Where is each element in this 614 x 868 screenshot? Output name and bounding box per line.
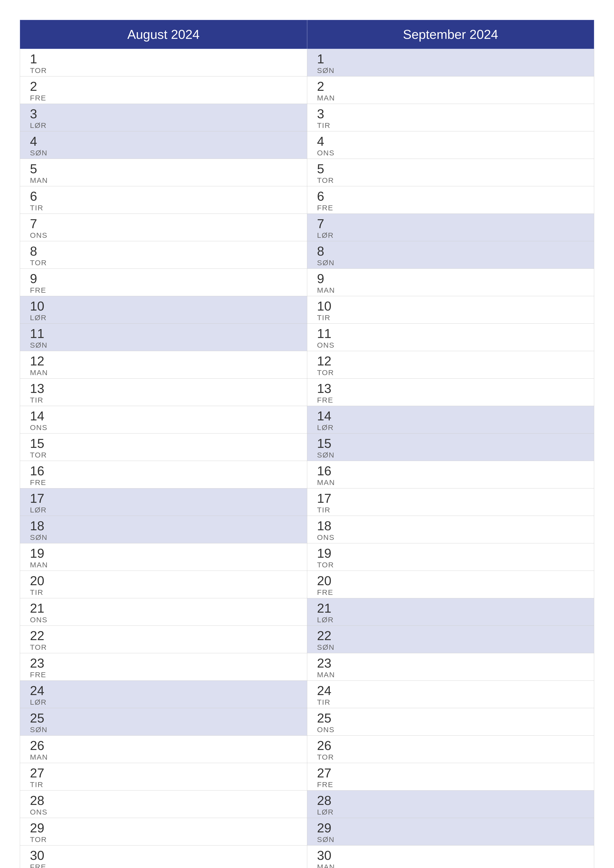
table-row: 25SØN25ONS bbox=[20, 708, 594, 736]
day-number: 6 bbox=[317, 190, 584, 203]
day-name: MAN bbox=[30, 561, 297, 569]
day-number: 14 bbox=[317, 409, 584, 422]
day-name: MAN bbox=[30, 369, 297, 377]
day-number: 11 bbox=[317, 327, 584, 340]
day-name: MAN bbox=[317, 671, 584, 679]
table-row: 10LØR10TIR bbox=[20, 296, 594, 324]
day-number: 21 bbox=[30, 602, 297, 615]
day-number: 6 bbox=[30, 190, 297, 203]
day-name: LØR bbox=[317, 808, 584, 816]
table-row: 5MAN5TOR bbox=[20, 159, 594, 186]
table-row: 22TOR22SØN bbox=[20, 626, 594, 653]
table-row: 15TOR15SØN bbox=[20, 434, 594, 461]
day-number: 23 bbox=[30, 657, 297, 670]
day-number: 3 bbox=[30, 107, 297, 120]
day-number: 30 bbox=[30, 849, 297, 862]
day-name: SØN bbox=[30, 149, 297, 157]
day-number: 18 bbox=[30, 519, 297, 532]
day-name: MAN bbox=[30, 753, 297, 761]
table-row: 28ONS28LØR bbox=[20, 790, 594, 818]
day-name: SØN bbox=[317, 259, 584, 267]
day-name: TOR bbox=[317, 753, 584, 761]
table-row: 16FRE16MAN bbox=[20, 461, 594, 488]
day-number: 20 bbox=[317, 574, 584, 587]
day-name: TIR bbox=[317, 121, 584, 130]
day-number: 25 bbox=[30, 711, 297, 724]
day-number: 23 bbox=[317, 657, 584, 670]
day-name: ONS bbox=[317, 533, 584, 542]
day-name: LØR bbox=[317, 615, 584, 624]
day-number: 7 bbox=[317, 217, 584, 230]
day-number: 5 bbox=[317, 162, 584, 175]
day-number: 29 bbox=[317, 822, 584, 834]
day-number: 1 bbox=[317, 53, 584, 65]
table-row: 4SØN4ONS bbox=[20, 132, 594, 159]
day-number: 7 bbox=[30, 217, 297, 230]
day-name: TOR bbox=[30, 835, 297, 844]
september-header: September 2024 bbox=[307, 20, 594, 49]
day-name: ONS bbox=[317, 149, 584, 157]
day-number: 28 bbox=[317, 794, 584, 807]
day-name: TIR bbox=[30, 396, 297, 404]
day-name: ONS bbox=[30, 231, 297, 240]
day-number: 13 bbox=[317, 382, 584, 395]
table-row: 13TIR13FRE bbox=[20, 378, 594, 406]
day-name: FRE bbox=[30, 478, 297, 487]
table-row: 9FRE9MAN bbox=[20, 269, 594, 296]
day-number: 25 bbox=[317, 711, 584, 724]
table-row: 27TIR27FRE bbox=[20, 763, 594, 790]
day-number: 15 bbox=[317, 437, 584, 450]
day-name: TOR bbox=[30, 451, 297, 459]
day-name: MAN bbox=[317, 478, 584, 487]
day-name: TOR bbox=[317, 369, 584, 377]
table-row: 29TOR29SØN bbox=[20, 818, 594, 845]
day-name: TOR bbox=[30, 66, 297, 75]
day-name: TOR bbox=[317, 176, 584, 184]
day-number: 10 bbox=[30, 300, 297, 313]
day-number: 3 bbox=[317, 107, 584, 120]
day-name: MAN bbox=[30, 176, 297, 184]
day-name: TOR bbox=[30, 643, 297, 651]
day-number: 28 bbox=[30, 794, 297, 807]
day-name: TIR bbox=[30, 588, 297, 597]
day-number: 27 bbox=[317, 767, 584, 780]
day-name: ONS bbox=[30, 808, 297, 816]
day-name: ONS bbox=[30, 423, 297, 432]
day-name: FRE bbox=[317, 396, 584, 404]
table-row: 8TOR8SØN bbox=[20, 241, 594, 269]
day-number: 9 bbox=[317, 272, 584, 285]
day-number: 27 bbox=[30, 767, 297, 780]
table-row: 11SØN11ONS bbox=[20, 324, 594, 351]
day-name: SØN bbox=[317, 835, 584, 844]
day-number: 24 bbox=[317, 684, 584, 697]
day-number: 22 bbox=[30, 629, 297, 642]
day-name: TIR bbox=[30, 780, 297, 789]
day-number: 16 bbox=[30, 465, 297, 477]
day-name: TIR bbox=[30, 204, 297, 212]
day-name: ONS bbox=[30, 615, 297, 624]
day-name: FRE bbox=[30, 286, 297, 294]
day-number: 2 bbox=[317, 80, 584, 93]
calendar-page: August 2024 September 2024 1TOR1SØN2FRE2… bbox=[0, 0, 614, 868]
table-row: 6TIR6FRE bbox=[20, 186, 594, 214]
day-name: FRE bbox=[30, 94, 297, 102]
day-number: 14 bbox=[30, 409, 297, 422]
day-name: TIR bbox=[317, 698, 584, 707]
day-name: TIR bbox=[317, 506, 584, 514]
day-number: 16 bbox=[317, 465, 584, 477]
table-row: 23FRE23MAN bbox=[20, 653, 594, 681]
day-number: 8 bbox=[30, 245, 297, 257]
day-number: 2 bbox=[30, 80, 297, 93]
day-name: LØR bbox=[317, 423, 584, 432]
day-number: 17 bbox=[317, 492, 584, 505]
day-name: MAN bbox=[317, 94, 584, 102]
day-name: LØR bbox=[30, 698, 297, 707]
day-name: ONS bbox=[317, 341, 584, 349]
day-name: FRE bbox=[317, 780, 584, 789]
day-name: SØN bbox=[317, 66, 584, 75]
table-row: 1TOR1SØN bbox=[20, 49, 594, 76]
day-name: TOR bbox=[30, 259, 297, 267]
table-row: 17LØR17TIR bbox=[20, 488, 594, 516]
day-name: FRE bbox=[317, 588, 584, 597]
day-name: MAN bbox=[317, 863, 584, 868]
